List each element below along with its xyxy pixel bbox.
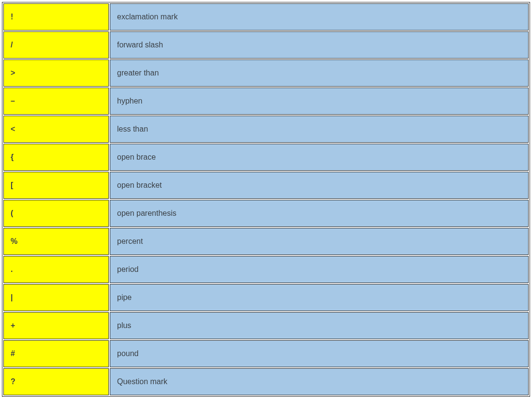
table-row: { open brace — [3, 144, 529, 171]
name-cell: greater than — [110, 60, 529, 87]
name-cell: forward slash — [110, 31, 529, 59]
symbol-cell: % — [3, 228, 109, 255]
symbol-cell: + — [3, 312, 109, 339]
symbol-cell: ( — [3, 200, 109, 227]
table-row: + plus — [3, 312, 529, 339]
symbol-cell: > — [3, 60, 109, 87]
symbol-cell: [ — [3, 172, 109, 199]
name-cell: percent — [110, 228, 529, 255]
table-row: < less than — [3, 116, 529, 143]
table-row: | pipe — [3, 284, 529, 311]
name-cell: pound — [110, 340, 529, 367]
table-row: – hyphen — [3, 88, 529, 115]
table-row: ( open parenthesis — [3, 200, 529, 227]
name-cell: plus — [110, 312, 529, 339]
symbol-cell: . — [3, 256, 109, 283]
table-row: . period — [3, 256, 529, 283]
name-cell: less than — [110, 116, 529, 143]
symbol-reference-table: ! exclamation mark / forward slash > gre… — [2, 2, 530, 397]
name-cell: period — [110, 256, 529, 283]
symbol-cell: | — [3, 284, 109, 311]
table-row: ! exclamation mark — [3, 3, 529, 30]
name-cell: open bracket — [110, 172, 529, 199]
symbol-cell: / — [3, 31, 109, 59]
name-cell: exclamation mark — [110, 3, 529, 30]
table-row: > greater than — [3, 60, 529, 87]
name-cell: Question mark — [110, 368, 529, 395]
table-row: [ open bracket — [3, 172, 529, 199]
table-row: ? Question mark — [3, 368, 529, 395]
name-cell: open parenthesis — [110, 200, 529, 227]
table-row: # pound — [3, 340, 529, 367]
name-cell: open brace — [110, 144, 529, 171]
table-row: % percent — [3, 228, 529, 255]
symbol-cell: ? — [3, 368, 109, 395]
symbol-cell: < — [3, 116, 109, 143]
symbol-cell: { — [3, 144, 109, 171]
table-row: / forward slash — [3, 31, 529, 59]
symbol-cell: – — [3, 88, 109, 115]
symbol-cell: # — [3, 340, 109, 367]
name-cell: hyphen — [110, 88, 529, 115]
name-cell: pipe — [110, 284, 529, 311]
symbol-cell: ! — [3, 3, 109, 30]
